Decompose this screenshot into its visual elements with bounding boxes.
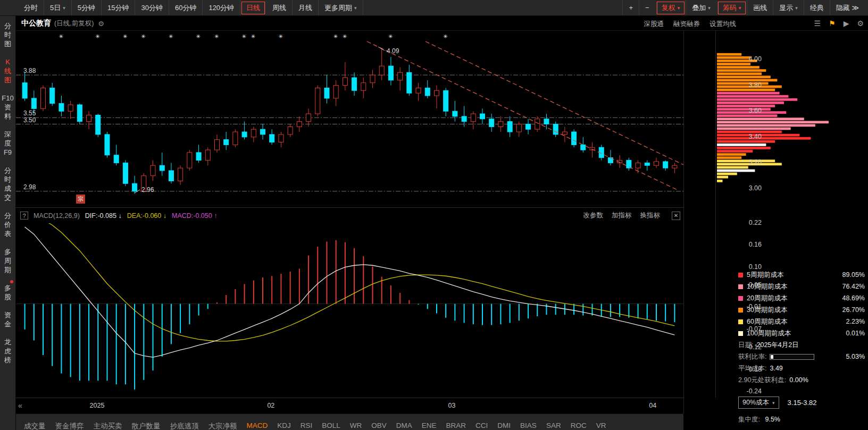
header-link-2[interactable]: 设置均线	[710, 20, 736, 29]
sidebar-item-dragon-tiger-list[interactable]: 龙 虎 榜	[4, 338, 11, 365]
sidebar-item-timeshare-chart[interactable]: 分 时 图	[4, 21, 11, 48]
event-marker-icon[interactable]: ✳	[141, 33, 145, 39]
indicator-tab-抄底逃顶[interactable]: 抄底逃顶	[165, 414, 204, 430]
period-button-more-periods[interactable]: 更多周期▾	[319, 0, 363, 15]
trendline-lower	[425, 41, 683, 165]
event-marker-icon[interactable]: ✳	[214, 33, 219, 39]
legend-value: 48.69%	[842, 294, 865, 302]
indicator-tab-bias[interactable]: BIAS	[515, 414, 541, 430]
indicator-tab-kdj[interactable]: KDJ	[272, 414, 296, 430]
event-marker-icon[interactable]: ✳	[169, 33, 173, 39]
sidebar-item-depth-f9[interactable]: 深 度 F9	[4, 130, 12, 157]
indicator-tab-资金博弈[interactable]: 资金博弈	[51, 414, 89, 430]
period-button-5min[interactable]: 5分钟	[72, 0, 102, 15]
sidebar-item-multi-stock[interactable]: 多 股	[4, 283, 11, 301]
chip-bar	[717, 95, 788, 98]
event-marker-icon[interactable]: ✳	[242, 33, 246, 39]
indicator-tab-cci[interactable]: CCI	[471, 414, 493, 430]
draw-line-button[interactable]: 画线	[747, 0, 773, 15]
candle-body	[516, 124, 521, 132]
period-button-15min[interactable]: 15分钟	[102, 0, 135, 15]
event-marker-icon[interactable]: ✳	[196, 33, 201, 39]
play-icon[interactable]: ▶	[844, 19, 849, 28]
indicator-tab-obv[interactable]: OBV	[366, 414, 391, 430]
indicator-tab-vr[interactable]: VR	[591, 414, 611, 430]
close-icon[interactable]: ✕	[672, 212, 680, 220]
candle-body	[233, 132, 238, 145]
event-marker-icon[interactable]: ✳	[59, 33, 63, 39]
sidebar-item-f10-info[interactable]: F10 资 料	[2, 94, 13, 121]
period-label: 15分钟	[107, 3, 129, 13]
macd-chart[interactable]	[16, 223, 683, 398]
period-button-daily[interactable]: 日线	[241, 2, 265, 14]
candle-body	[224, 140, 229, 145]
macd-action-2[interactable]: 换指标	[640, 211, 661, 220]
period-button-monthly[interactable]: 月线	[293, 0, 319, 15]
indicator-tab-wr[interactable]: WR	[345, 414, 367, 430]
event-marker-icon[interactable]: ✳	[333, 33, 338, 39]
indicator-tab-ene[interactable]: ENE	[417, 414, 441, 430]
period-button-120min[interactable]: 120分钟	[203, 0, 240, 15]
block-trade-badge[interactable]: 宗	[76, 195, 85, 204]
event-marker-icon[interactable]: ✳	[343, 33, 347, 39]
indicator-tab-主动买卖[interactable]: 主动买卖	[89, 414, 127, 430]
event-marker-icon[interactable]: ✳	[443, 33, 447, 39]
period-button-weekly[interactable]: 周线	[266, 0, 293, 15]
candle-body	[96, 115, 101, 134]
indicator-tab-brar[interactable]: BRAR	[441, 414, 471, 430]
event-marker-icon[interactable]: ✳	[95, 33, 99, 39]
period-label: 周线	[272, 3, 286, 13]
sidebar-item-price-volume-table[interactable]: 分 价 表	[4, 211, 11, 238]
period-button-30min[interactable]: 30分钟	[135, 0, 169, 15]
indicator-tab-dma[interactable]: DMA	[391, 414, 417, 430]
overlay-button[interactable]: 叠加▾	[686, 0, 716, 15]
indicator-tab-大宗净额[interactable]: 大宗净额	[204, 414, 242, 430]
chip-distribution-label: 筹码	[723, 3, 737, 13]
indicator-tab-boll[interactable]: BOLL	[317, 414, 345, 430]
event-marker-icon[interactable]: ✳	[123, 33, 127, 39]
macd-axis-label: -0.12	[739, 343, 762, 351]
sidebar-item-timeshare-trades[interactable]: 分 时 成 交	[4, 166, 11, 202]
header-link-1[interactable]: 融资融券	[673, 20, 700, 29]
macd-action-1[interactable]: 加指标	[612, 211, 632, 220]
sidebar-item-multi-period[interactable]: 多 周 期	[4, 247, 11, 274]
flag-icon[interactable]: ⚑	[829, 19, 836, 28]
indicator-tab-dmi[interactable]: DMI	[493, 414, 515, 430]
zoom-out-button[interactable]: −	[639, 0, 655, 15]
indicator-tab-macd[interactable]: MACD	[242, 414, 273, 430]
indicator-tab-散户数量[interactable]: 散户数量	[127, 414, 165, 430]
macd-axis-label: 0.22	[739, 219, 762, 226]
price-adjust-label: 复权	[662, 3, 675, 13]
zoom-in-button[interactable]: +	[622, 0, 639, 15]
header-link-0[interactable]: 深股通	[644, 20, 664, 29]
help-icon[interactable]: ?	[20, 212, 28, 220]
list-icon[interactable]: ☰	[814, 19, 821, 28]
hide-button[interactable]: 隐藏 ≫	[830, 0, 865, 15]
sidebar-item-funds[interactable]: 资 金	[4, 310, 11, 328]
candlestick-chart[interactable]: 3.883.553.502.984.092.96✳✳✳✳✳✳✳✳✳✳✳✳✳✳	[16, 31, 683, 207]
indicator-tab-rsi[interactable]: RSI	[296, 414, 318, 430]
macd-action-0[interactable]: 改参数	[583, 211, 604, 220]
price-adjust-button[interactable]: 复权▾	[656, 2, 685, 14]
cost-range-dropdown[interactable]: 90%成本 ▾	[738, 397, 779, 409]
period-button-five-day[interactable]: 5日▾	[44, 0, 72, 15]
chip-bar	[717, 53, 741, 56]
indicator-tab-roc[interactable]: ROC	[566, 414, 591, 430]
period-button-minute[interactable]: 分时	[18, 0, 44, 15]
stock-name: 中公教育	[21, 19, 51, 28]
settings-gear-icon[interactable]: ⚙	[857, 19, 864, 28]
sidebar-item-kline-chart[interactable]: K 线 图	[4, 57, 11, 85]
chip-bar	[717, 69, 766, 72]
chart-settings-gear-icon[interactable]: ⚙	[98, 20, 104, 28]
event-marker-icon[interactable]: ✳	[388, 33, 393, 39]
period-button-60min[interactable]: 60分钟	[169, 0, 203, 15]
cost-range-label: 90%成本	[742, 398, 769, 407]
display-button[interactable]: 显示▾	[773, 0, 804, 15]
scroll-back-icon[interactable]: «	[18, 401, 22, 410]
chip-distribution-button[interactable]: 筹码▾	[717, 2, 746, 14]
event-marker-icon[interactable]: ✳	[278, 33, 282, 39]
event-marker-icon[interactable]: ✳	[251, 33, 255, 39]
indicator-tab-成交量[interactable]: 成交量	[19, 414, 51, 430]
indicator-tab-sar[interactable]: SAR	[541, 414, 566, 430]
classic-button[interactable]: 经典	[804, 0, 830, 15]
